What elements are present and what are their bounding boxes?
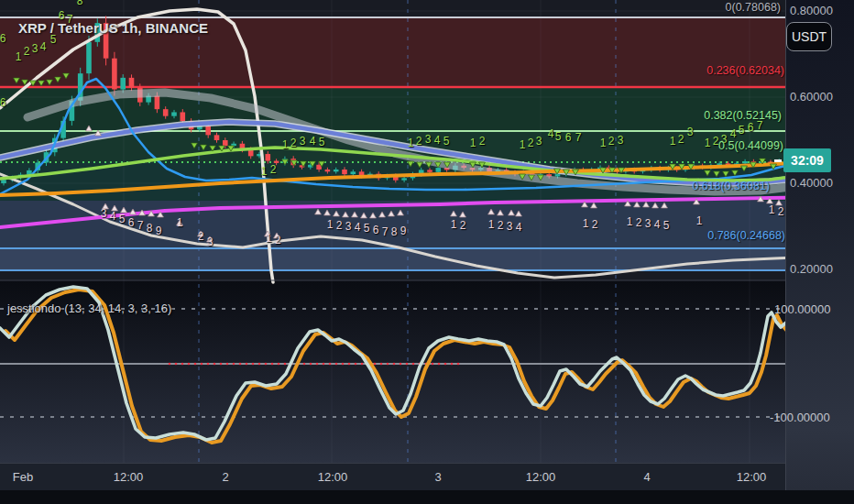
svg-text:3: 3 [536,135,542,148]
svg-text:3: 3 [507,220,513,233]
svg-text:2: 2 [24,45,30,58]
svg-text:1: 1 [177,216,183,229]
svg-text:7: 7 [67,13,73,26]
svg-text:3: 3 [425,133,432,146]
svg-text:2: 2 [416,135,422,148]
svg-text:3: 3 [101,207,107,220]
svg-text:3: 3 [721,133,728,146]
svg-text:3: 3 [300,135,306,148]
svg-text:8: 8 [77,0,83,7]
svg-text:4: 4 [516,221,522,234]
svg-text:6: 6 [565,131,572,144]
svg-text:1: 1 [705,137,711,149]
trading-chart-window: 1234567866121234512345121234567123123123… [0,0,854,504]
svg-text:3: 3 [618,134,624,147]
svg-text:4: 4 [310,135,316,148]
svg-text:6: 6 [0,32,6,45]
svg-text:3: 3 [687,126,694,138]
svg-text:7: 7 [382,225,389,238]
svg-text:2: 2 [198,230,204,243]
svg-text:1: 1 [266,232,272,245]
svg-text:1: 1 [282,138,289,151]
svg-text:1: 1 [696,214,703,227]
price-line-dash [774,159,782,162]
svg-text:1: 1 [627,215,633,228]
svg-text:6: 6 [0,96,6,109]
svg-text:1: 1 [16,50,22,63]
svg-text:9: 9 [400,225,407,237]
currency-toggle-button[interactable]: USDT [786,22,832,51]
svg-text:2: 2 [275,234,281,247]
svg-text:5: 5 [119,213,126,225]
svg-text:4: 4 [548,127,554,140]
svg-text:5: 5 [443,135,450,148]
svg-text:1: 1 [670,135,676,148]
svg-text:7: 7 [137,219,144,232]
svg-text:3: 3 [345,220,352,233]
svg-text:3: 3 [645,217,651,230]
countdown-price-badge: 32:09 [783,148,831,172]
time-axis[interactable] [0,463,785,491]
svg-text:2: 2 [460,219,466,232]
svg-text:2: 2 [479,135,486,148]
svg-text:1: 1 [488,218,495,231]
svg-text:2: 2 [636,216,642,229]
svg-text:2: 2 [592,218,598,231]
svg-text:7: 7 [575,131,582,144]
svg-text:2: 2 [270,163,277,176]
svg-text:1: 1 [600,137,607,149]
svg-text:2: 2 [608,135,615,148]
svg-text:7: 7 [757,119,763,132]
svg-text:4: 4 [110,210,116,223]
svg-text:5: 5 [555,130,562,143]
svg-text:5: 5 [50,33,57,46]
svg-text:4: 4 [730,127,737,140]
bottom-strip [0,490,854,504]
svg-text:9: 9 [156,225,162,237]
svg-text:8: 8 [391,225,398,238]
price-axis[interactable] [785,0,854,504]
svg-text:2: 2 [713,135,719,148]
svg-text:1: 1 [583,217,589,230]
svg-text:5: 5 [663,219,670,232]
svg-text:1: 1 [470,137,476,149]
svg-text:4: 4 [355,221,361,234]
svg-text:2: 2 [498,219,504,232]
svg-text:1: 1 [261,165,268,178]
svg-text:1: 1 [408,137,414,149]
svg-text:6: 6 [128,216,135,229]
svg-text:5: 5 [739,124,745,137]
svg-text:1: 1 [769,203,775,216]
svg-text:5: 5 [319,136,325,148]
svg-text:2: 2 [336,219,343,232]
svg-text:4: 4 [40,40,47,53]
svg-text:1: 1 [520,138,526,151]
svg-text:2: 2 [528,137,534,149]
svg-text:5: 5 [364,222,370,235]
svg-text:6: 6 [373,224,379,236]
svg-text:4: 4 [434,134,441,147]
svg-text:3: 3 [207,236,214,248]
chart-canvas[interactable]: 1234567866121234512345121234567123123123… [0,0,854,504]
svg-text:2: 2 [290,137,297,149]
svg-text:8: 8 [147,222,153,235]
svg-text:3: 3 [32,42,38,55]
svg-text:4: 4 [654,218,661,231]
svg-text:1: 1 [451,218,457,231]
svg-text:2: 2 [778,205,784,218]
svg-text:6: 6 [59,9,65,22]
svg-text:1: 1 [327,218,334,231]
svg-text:2: 2 [678,133,684,146]
svg-text:6: 6 [748,121,754,134]
